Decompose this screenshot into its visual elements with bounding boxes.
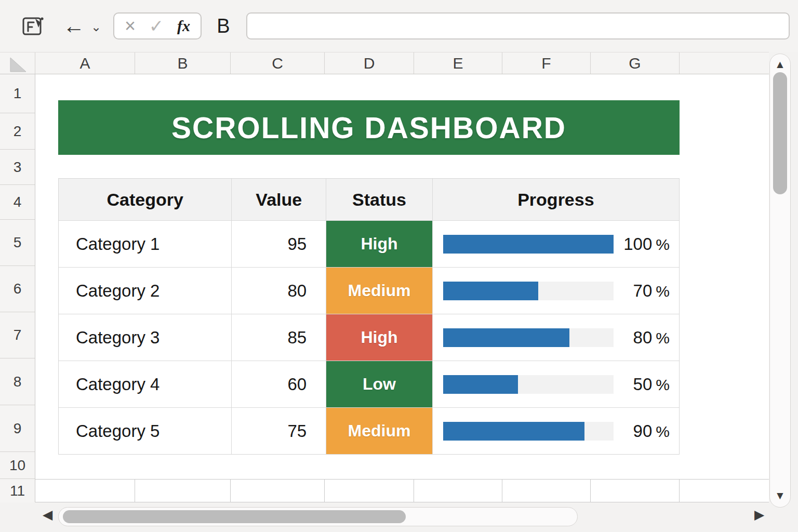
header-status: Status xyxy=(326,179,432,220)
vertical-scrollbar[interactable]: ▲ ▼ xyxy=(769,54,791,508)
progress-bar-track xyxy=(443,328,614,347)
column-header-f[interactable]: F xyxy=(502,52,591,74)
cell[interactable] xyxy=(414,480,502,502)
grid-cells-row-11 xyxy=(35,479,769,502)
back-icon[interactable]: ← xyxy=(61,12,86,39)
dashboard-title-banner: SCROLLING DASHBOARD xyxy=(58,100,680,155)
progress-bar-fill xyxy=(443,422,584,441)
column-header-e[interactable]: E xyxy=(414,52,502,74)
cell[interactable] xyxy=(502,480,591,502)
table-row: Category 5 75 Medium 90% xyxy=(59,407,679,454)
progress-cell[interactable]: 70% xyxy=(432,268,679,314)
scroll-down-icon[interactable]: ▼ xyxy=(770,489,790,502)
table-row: Category 2 80 Medium 70% xyxy=(59,267,679,314)
value-cell[interactable]: 80 xyxy=(231,268,326,314)
table-row: Category 3 85 High 80% xyxy=(59,314,679,361)
value-cell[interactable]: 85 xyxy=(231,314,326,361)
value-cell[interactable]: 95 xyxy=(231,221,326,267)
spreadsheet-canvas: SCROLLING DASHBOARD Category Value Statu… xyxy=(35,74,769,502)
dashboard-table: Category Value Status Progress Category … xyxy=(58,178,680,455)
status-badge: Medium xyxy=(348,421,411,441)
progress-bar-fill xyxy=(443,375,518,394)
row-header-11[interactable]: 11 xyxy=(0,479,35,502)
horizontal-scrollbar[interactable] xyxy=(58,507,578,526)
cell[interactable] xyxy=(135,480,231,502)
percent-sign: % xyxy=(656,283,670,300)
progress-cell[interactable]: 80% xyxy=(432,314,679,361)
column-header-c[interactable]: C xyxy=(231,52,325,74)
name-box[interactable]: B xyxy=(212,12,235,39)
row-header-4[interactable]: 4 xyxy=(0,185,35,220)
status-cell[interactable]: Medium xyxy=(326,268,432,314)
column-header-partial[interactable] xyxy=(680,52,769,74)
row-header-6[interactable]: 6 xyxy=(0,266,35,312)
chevron-down-icon[interactable]: ⌄ xyxy=(88,16,104,38)
cell[interactable] xyxy=(680,480,769,502)
status-cell[interactable]: High xyxy=(326,221,432,267)
column-header-row: A B C D E F G xyxy=(0,52,769,74)
row-header-9[interactable]: 9 xyxy=(0,405,35,452)
row-header-3[interactable]: 3 xyxy=(0,150,35,185)
progress-percent: 50 xyxy=(633,375,653,394)
header-value: Value xyxy=(231,179,326,220)
formula-bar-input[interactable] xyxy=(246,12,790,39)
percent-sign: % xyxy=(656,423,670,441)
cell[interactable] xyxy=(231,480,325,502)
value-cell[interactable]: 60 xyxy=(231,361,326,407)
header-progress: Progress xyxy=(432,179,679,220)
progress-bar-fill xyxy=(443,282,539,300)
status-cell[interactable]: Medium xyxy=(326,408,432,454)
edit-sheet-icon[interactable] xyxy=(21,14,46,38)
horizontal-scrollbar-thumb[interactable] xyxy=(63,510,406,523)
progress-percent: 100 xyxy=(623,234,652,254)
category-cell[interactable]: Category 4 xyxy=(59,361,231,407)
select-all-corner[interactable] xyxy=(0,52,35,74)
cell[interactable] xyxy=(591,480,680,502)
scroll-left-icon[interactable]: ◀ xyxy=(43,507,52,522)
row-header-5[interactable]: 5 xyxy=(0,220,35,266)
category-cell[interactable]: Category 2 xyxy=(59,268,231,314)
dashboard-title: SCROLLING DASHBOARD xyxy=(171,111,566,145)
cell-edit-controls: × ✓ fx xyxy=(113,12,202,39)
table-header-row: Category Value Status Progress xyxy=(59,179,679,220)
table-row: Category 4 60 Low 50% xyxy=(59,361,679,407)
row-header-1[interactable]: 1 xyxy=(0,74,35,113)
row-header-8[interactable]: 8 xyxy=(0,358,35,405)
header-category: Category xyxy=(59,179,231,220)
status-badge: Medium xyxy=(348,281,411,300)
value-cell[interactable]: 75 xyxy=(231,408,326,454)
category-cell[interactable]: Category 5 xyxy=(59,408,231,454)
progress-cell[interactable]: 90% xyxy=(432,408,679,454)
progress-bar-track xyxy=(443,375,614,394)
column-header-b[interactable]: B xyxy=(135,52,231,74)
function-icon[interactable]: fx xyxy=(177,17,190,35)
progress-percent: 80 xyxy=(633,328,653,348)
progress-bar-track xyxy=(443,422,614,441)
status-cell[interactable]: Low xyxy=(326,361,432,407)
row-header-2[interactable]: 2 xyxy=(0,113,35,150)
row-header-7[interactable]: 7 xyxy=(0,312,35,358)
category-cell[interactable]: Category 1 xyxy=(59,221,231,267)
status-cell[interactable]: High xyxy=(326,314,432,361)
column-header-g[interactable]: G xyxy=(591,52,680,74)
vertical-scrollbar-thumb[interactable] xyxy=(773,72,787,194)
status-badge: High xyxy=(361,328,397,347)
cell[interactable] xyxy=(35,480,135,502)
confirm-icon[interactable]: ✓ xyxy=(149,17,164,35)
progress-cell[interactable]: 50% xyxy=(432,361,679,407)
progress-cell[interactable]: 100% xyxy=(432,221,679,267)
cell[interactable] xyxy=(325,480,414,502)
select-all-triangle-icon xyxy=(8,56,28,73)
progress-bar-track xyxy=(443,235,614,254)
scroll-up-icon[interactable]: ▲ xyxy=(770,58,790,71)
column-header-a[interactable]: A xyxy=(35,52,135,74)
category-cell[interactable]: Category 3 xyxy=(59,314,231,361)
column-header-d[interactable]: D xyxy=(325,52,414,74)
progress-percent: 90 xyxy=(633,421,653,441)
scroll-right-icon[interactable]: ▶ xyxy=(754,507,764,522)
progress-percent: 70 xyxy=(633,281,653,301)
percent-sign: % xyxy=(656,236,670,254)
cancel-icon[interactable]: × xyxy=(125,17,136,35)
percent-sign: % xyxy=(656,376,670,394)
row-header-10[interactable]: 10 xyxy=(0,452,35,479)
